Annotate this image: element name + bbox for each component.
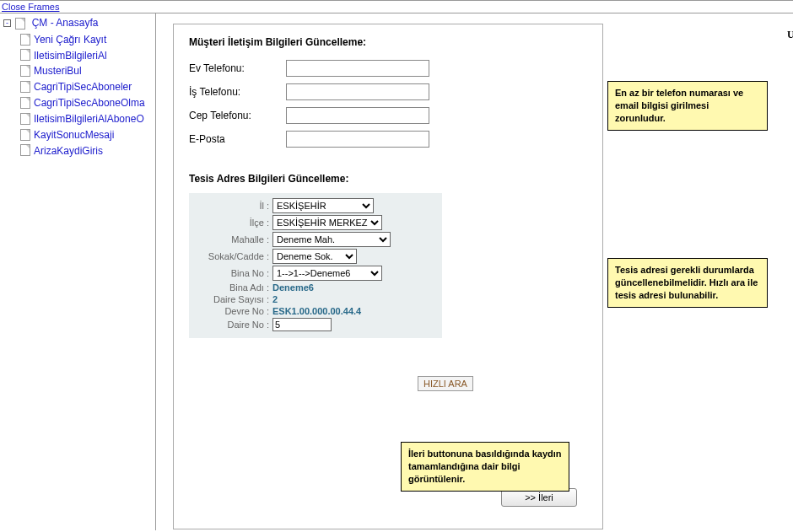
- ev-tel-input[interactable]: [286, 60, 429, 77]
- sidebar-item-kayit-sonuc[interactable]: KayitSonucMesaji: [20, 126, 155, 142]
- ev-tel-label: Ev Telefonu:: [189, 62, 286, 74]
- hizli-ara-button[interactable]: HIZLI ARA: [418, 376, 473, 391]
- sokak-select[interactable]: Deneme Sok.: [272, 249, 357, 264]
- screen-ref-id: UIF_CM_TalepEkle_004: [787, 29, 793, 41]
- sokak-label: Sokak/Cadde :: [192, 251, 272, 261]
- sidebar: - ÇM - Anasayfa Yeni Çağrı Kayıt Iletisi…: [0, 13, 156, 530]
- sidebar-item-musteri-bul[interactable]: MusteriBul: [20, 62, 155, 78]
- mahalle-select[interactable]: Deneme Mah.: [272, 232, 391, 247]
- note-phone-required: En az bir telefon numarası ve email bilg…: [607, 81, 768, 131]
- is-tel-input[interactable]: [286, 83, 429, 100]
- sidebar-item-iletisim-abone[interactable]: IletisimBilgileriAlAboneO: [20, 110, 155, 126]
- il-label: İl :: [192, 201, 272, 211]
- page-icon: [20, 81, 30, 93]
- binaadi-label: Bina Adı :: [192, 282, 272, 293]
- sidebar-root[interactable]: ÇM - Anasayfa: [32, 17, 99, 29]
- sidebar-item-ariza-kaydi[interactable]: ArizaKaydiGiris: [20, 142, 155, 159]
- dairesayisi-value: 2: [272, 294, 278, 304]
- devreno-label: Devre No :: [192, 306, 272, 316]
- cep-tel-input[interactable]: [286, 107, 429, 124]
- section1-title: Müşteri İletişim Bilgileri Güncelleme:: [189, 36, 587, 48]
- cep-tel-label: Cep Telefonu:: [189, 110, 286, 121]
- page-icon: [20, 49, 30, 61]
- eposta-label: E-Posta: [189, 133, 286, 145]
- page-icon: [20, 97, 30, 109]
- sidebar-item-cagritipi-aboneolma[interactable]: CagriTipiSecAboneOlma: [20, 94, 155, 110]
- tree-collapse-icon[interactable]: -: [3, 19, 11, 27]
- page-icon: [20, 144, 30, 156]
- page-icon: [20, 113, 30, 125]
- binano-select[interactable]: 1-->1-->Deneme6: [272, 266, 382, 281]
- page-icon: [15, 18, 25, 30]
- close-frames-link[interactable]: Close Frames: [2, 2, 59, 12]
- ilce-select[interactable]: ESKİŞEHİR MERKEZ: [272, 215, 382, 230]
- daireno-input[interactable]: [272, 318, 332, 331]
- mahalle-label: Mahalle :: [192, 234, 272, 245]
- page-icon: [20, 34, 30, 46]
- devreno-value: ESK1.00.000.00.44.4: [272, 306, 361, 316]
- sidebar-item-iletisim-al[interactable]: IletisimBilgileriAl: [20, 47, 155, 63]
- section2-title: Tesis Adres Bilgileri Güncelleme:: [189, 173, 587, 185]
- daireno-label: Daire No :: [192, 320, 272, 330]
- note-ileri-info: İleri buttonuna basıldığında kaydın tama…: [401, 442, 569, 492]
- address-block: İl : ESKİŞEHİR İlçe : ESKİŞEHİR MERKEZ M…: [189, 193, 442, 338]
- is-tel-label: İş Telefonu:: [189, 86, 286, 98]
- eposta-input[interactable]: [286, 131, 429, 148]
- binano-label: Bina No :: [192, 268, 272, 278]
- dairesayisi-label: Daire Sayısı :: [192, 294, 272, 304]
- page-icon: [20, 65, 30, 77]
- il-select[interactable]: ESKİŞEHİR: [272, 198, 374, 213]
- note-address-update: Tesis adresi gerekli durumlarda güncelle…: [607, 258, 768, 308]
- sidebar-item-cagritipi-aboneler[interactable]: CagriTipiSecAboneler: [20, 78, 155, 94]
- ilce-label: İlçe :: [192, 218, 272, 228]
- page-icon: [20, 129, 30, 141]
- binaadi-value: Deneme6: [272, 282, 314, 293]
- sidebar-item-yeni-cagri[interactable]: Yeni Çağrı Kayıt: [20, 31, 155, 47]
